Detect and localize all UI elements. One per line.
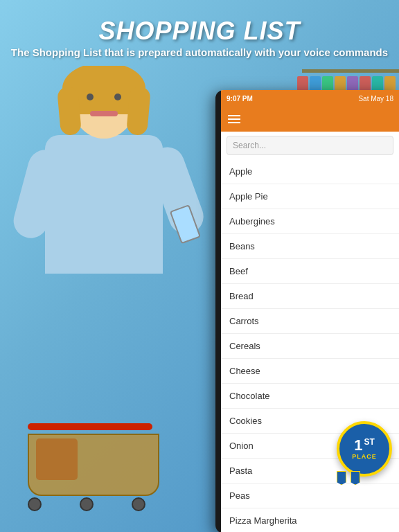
woman-head — [73, 73, 135, 139]
ribbon-right — [351, 471, 360, 485]
search-placeholder: Search... — [233, 141, 387, 150]
woman-figure — [7, 66, 222, 532]
list-item[interactable]: Aubergines — [221, 209, 399, 234]
list-item[interactable]: Cereals — [221, 334, 399, 359]
search-bar[interactable]: Search... — [227, 136, 393, 155]
app-main-title: SHOPPING LIST — [98, 17, 300, 46]
list-item[interactable]: Carrots — [221, 309, 399, 334]
badge-rank: 1 ST — [354, 438, 375, 453]
app-toolbar[interactable] — [221, 107, 399, 132]
badge-ribbons — [337, 471, 360, 485]
hamburger-menu-icon[interactable] — [228, 115, 240, 123]
list-item[interactable]: Apple Pie — [221, 184, 399, 209]
list-item[interactable]: Beef — [221, 259, 399, 284]
app-header: SHOPPING LIST The Shopping List that is … — [0, 0, 399, 76]
status-time: 9:07 PM — [227, 95, 253, 103]
status-date: Sat May 18 — [358, 95, 393, 103]
badge-number: 1 — [354, 438, 362, 453]
list-item[interactable]: Bread — [221, 284, 399, 309]
list-item[interactable]: Chocolate — [221, 384, 399, 409]
ribbon-left — [337, 471, 346, 485]
list-item[interactable]: Cheese — [221, 359, 399, 384]
list-item[interactable]: Pizza Margherita — [221, 508, 399, 532]
status-bar: 9:07 PM Sat May 18 — [221, 90, 399, 107]
list-item[interactable]: Peas — [221, 484, 399, 508]
app-sub-title: The Shopping List that is prepared autom… — [4, 46, 395, 60]
list-item[interactable]: Apple — [221, 159, 399, 184]
phone — [170, 204, 201, 244]
badge-suffix: ST — [364, 438, 374, 446]
list-item[interactable]: Beans — [221, 234, 399, 259]
woman-body — [45, 135, 163, 274]
badge-place-text: PLACE — [352, 453, 377, 460]
award-badge: 1 ST PLACE — [337, 421, 392, 477]
badge-circle: 1 ST PLACE — [337, 421, 392, 477]
